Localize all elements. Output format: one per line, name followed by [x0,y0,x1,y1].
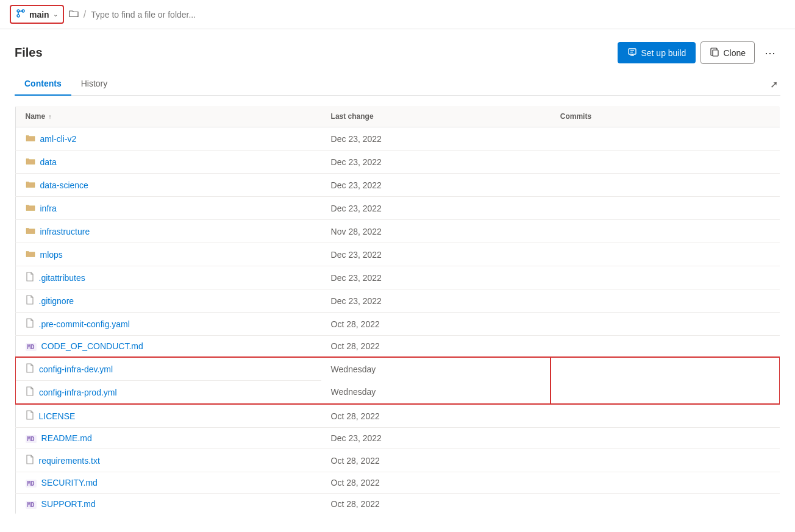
commits-cell [551,220,780,243]
setup-build-button[interactable]: Set up build [618,42,696,63]
svg-rect-4 [629,49,636,54]
file-link[interactable]: infrastructure [40,227,90,236]
file-name-cell: data-science [15,174,321,197]
last-change-cell: Oct 28, 2022 [321,449,551,472]
file-name-cell: mlops [15,243,321,266]
folder-browse-icon[interactable] [69,9,79,21]
tabs-bar: Contents History ➚ [15,74,780,96]
file-link[interactable]: SUPPORT.md [41,499,96,509]
expand-icon[interactable]: ➚ [768,76,780,93]
table-row[interactable]: mlops Dec 23, 2022 [15,243,780,266]
table-row[interactable]: config-infra-prod.yml Wednesday [15,381,780,405]
commits-cell [551,127,780,151]
file-link[interactable]: mlops [40,250,63,260]
table-row[interactable]: config-infra-dev.yml Wednesday [15,357,780,381]
commits-cell [551,381,780,405]
file-name-cell: config-infra-dev.yml [15,357,321,381]
main-content: Files Set up build [0,29,795,532]
file-name-cell: data [15,151,321,174]
file-icon [26,318,34,330]
table-row[interactable]: .gitattributes Dec 23, 2022 [15,266,780,289]
file-link[interactable]: infra [40,204,57,213]
svg-rect-10 [713,50,718,56]
table-row[interactable]: MD SECURITY.md Oct 28, 2022 [15,472,780,494]
table-row[interactable]: MD README.md Dec 23, 2022 [15,428,780,449]
commits-cell [551,449,780,472]
last-change-cell: Dec 23, 2022 [321,174,551,197]
file-link[interactable]: SECURITY.md [41,478,98,488]
table-row[interactable]: data-science Dec 23, 2022 [15,174,780,197]
file-name-cell: MD SUPPORT.md [15,494,321,515]
table-row[interactable]: aml-cli-v2 Dec 23, 2022 [15,127,780,151]
setup-build-icon [627,47,637,59]
tab-list: Contents History [15,74,117,95]
table-row[interactable]: infra Dec 23, 2022 [15,197,780,220]
clone-label: Clone [723,48,746,58]
file-name-cell: MD README.md [15,428,321,449]
file-link[interactable]: config-infra-dev.yml [39,364,113,374]
file-icon: MD [26,341,37,351]
file-icon [26,386,34,398]
file-link[interactable]: .pre-commit-config.yaml [39,319,130,329]
last-change-cell: Dec 23, 2022 [321,243,551,266]
file-link[interactable]: config-infra-prod.yml [39,388,117,397]
more-options-button[interactable]: ⋯ [760,44,780,62]
table-row[interactable]: requirements.txt Oct 28, 2022 [15,449,780,472]
file-link[interactable]: data [40,157,57,167]
table-row[interactable]: infrastructure Nov 28, 2022 [15,220,780,243]
file-icon: MD [26,499,37,509]
file-name-cell: infrastructure [15,220,321,243]
last-change-cell: Oct 28, 2022 [321,494,551,515]
sort-asc-icon: ↑ [49,113,52,120]
table-row[interactable]: MD SUPPORT.md Oct 28, 2022 [15,494,780,515]
clone-button[interactable]: Clone [701,41,755,64]
file-link[interactable]: CODE_OF_CONDUCT.md [41,341,143,351]
folder-icon [26,202,35,214]
last-change-cell: Dec 23, 2022 [321,428,551,449]
last-change-cell: Wednesday [321,357,551,381]
file-search-input[interactable] [91,10,785,20]
branch-icon [16,9,26,20]
file-name-cell: aml-cli-v2 [15,127,321,151]
tab-contents[interactable]: Contents [15,74,71,96]
table-row[interactable]: LICENSE Oct 28, 2022 [15,404,780,428]
file-name-cell: LICENSE [15,404,321,428]
commits-cell [551,404,780,428]
file-icon [26,272,34,283]
file-table-body: aml-cli-v2 Dec 23, 2022 data Dec 23, 202… [15,127,780,515]
table-row[interactable]: .gitignore Dec 23, 2022 [15,289,780,313]
file-icon: MD [26,433,37,443]
file-link[interactable]: .gitattributes [39,273,85,283]
table-row[interactable]: .pre-commit-config.yaml Oct 28, 2022 [15,313,780,336]
path-separator: / [84,9,86,20]
tab-history[interactable]: History [71,74,118,96]
commits-cell [551,243,780,266]
file-link[interactable]: .gitignore [39,296,74,306]
table-row[interactable]: data Dec 23, 2022 [15,151,780,174]
file-name-cell: .gitattributes [15,266,321,289]
file-name-cell: requirements.txt [15,449,321,472]
last-change-cell: Dec 23, 2022 [321,151,551,174]
table-header-row: Name ↑ Last change Commits [15,106,780,127]
branch-selector[interactable]: main ⌄ [10,5,64,24]
file-link[interactable]: LICENSE [39,411,76,421]
col-header-name[interactable]: Name ↑ [15,106,321,127]
branch-name: main [29,10,49,20]
last-change-cell: Dec 23, 2022 [321,197,551,220]
file-name-cell: infra [15,197,321,220]
file-link[interactable]: aml-cli-v2 [40,134,77,144]
table-row[interactable]: MD CODE_OF_CONDUCT.md Oct 28, 2022 [15,336,780,358]
file-link[interactable]: README.md [41,433,92,443]
commits-cell [551,313,780,336]
setup-build-label: Set up build [641,48,686,58]
file-name-cell: MD CODE_OF_CONDUCT.md [15,336,321,358]
last-change-cell: Oct 28, 2022 [321,313,551,336]
svg-point-1 [17,15,20,17]
file-link[interactable]: data-science [40,180,88,190]
header-actions: Set up build Clone ⋯ [618,41,780,64]
col-header-last-change[interactable]: Last change [321,106,551,127]
last-change-cell: Nov 28, 2022 [321,220,551,243]
file-icon [26,410,34,422]
page-title: Files [15,46,43,60]
file-link[interactable]: requirements.txt [39,456,100,466]
